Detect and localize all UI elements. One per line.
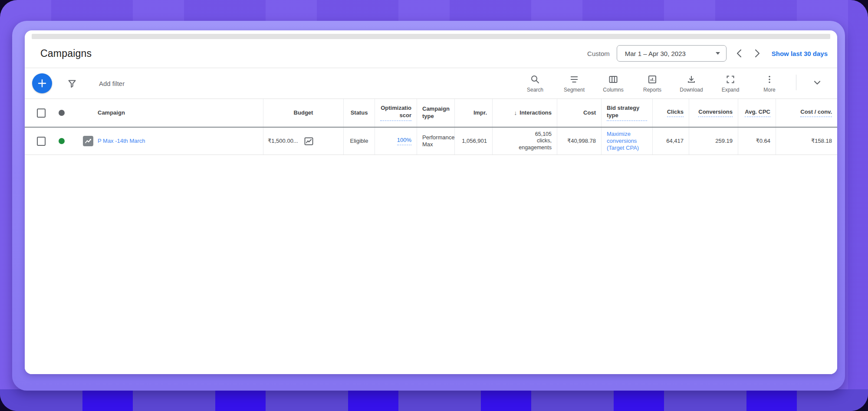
segment-button[interactable]: Segment [559,74,589,93]
show-last-30-days-link[interactable]: Show last 30 days [772,50,828,57]
columns-icon [608,74,618,84]
column-label: Budget [294,109,313,117]
date-range-picker[interactable]: Mar 1 – Apr 30, 2023 [617,45,727,62]
table-row: P Max -14th March ₹1,500.00... Eligible … [25,128,837,155]
date-mode-label: Custom [587,50,610,57]
column-label: Cost / conv. [800,109,832,118]
select-all-checkbox[interactable] [37,109,46,118]
reports-button[interactable]: Reports [637,74,667,93]
budget-value[interactable]: ₹1,500.00... [268,138,298,145]
tool-label: Segment [564,87,585,93]
impressions-value: 1,056,901 [462,138,487,145]
expand-button[interactable]: Expand [715,74,746,93]
table-header: Campaign Budget Status Optimizatio scor … [25,99,837,128]
column-label: Interactions [519,109,552,117]
row-cell-interactions: 65,105 clicks, engagements [492,128,557,155]
bid-strategy-link[interactable]: Maximize conversions (Target CPA) [607,131,647,152]
page-header: Campaigns Custom Mar 1 – Apr 30, 2023 Sh… [25,39,837,68]
page-title: Campaigns [40,48,92,59]
bottom-stripe-pattern [0,389,868,411]
row-cell-impressions: 1,056,901 [454,128,492,155]
row-cell-cost: ₹40,998.78 [557,128,601,155]
tool-label: Search [527,87,543,93]
top-gray-strip [32,34,830,39]
segment-icon [569,74,579,84]
row-cell-status-dot [51,128,72,155]
optimization-score-link[interactable]: 100% [397,137,411,145]
date-range-value: Mar 1 – Apr 30, 2023 [625,50,686,57]
row-cell-clicks: 64,417 [652,128,689,155]
column-label: Cost [583,109,596,117]
add-campaign-button[interactable] [32,73,52,93]
interactions-unit-2: engagements [519,145,552,151]
budget-chart-icon[interactable] [304,137,313,145]
column-label: Conversions [698,109,733,118]
interactions-count: 65,105 [519,131,552,138]
header-cell-avg-cpc[interactable]: Avg. CPC [738,99,776,127]
row-cell-avg-cpc: ₹0.64 [738,128,776,155]
header-cell-clicks[interactable]: Clicks [652,99,689,127]
previous-period-button[interactable] [733,48,745,59]
cost-per-conv-value: ₹158.18 [811,138,832,145]
columns-button[interactable]: Columns [598,74,628,93]
campaign-name-link[interactable]: P Max -14th March [98,138,145,145]
expand-icon [726,74,735,84]
header-cell-budget[interactable]: Budget [263,99,343,127]
header-cell-campaign-type[interactable]: Campaign type [417,99,454,127]
plus-icon [37,79,47,88]
campaigns-panel: Campaigns Custom Mar 1 – Apr 30, 2023 Sh… [25,30,837,374]
download-button[interactable]: Download [676,74,707,93]
search-icon [530,74,540,84]
toolbar-actions: Search Segment Columns [520,74,827,93]
column-label: Impr. [473,109,487,117]
more-vertical-icon [765,74,774,84]
add-filter-label[interactable]: Add filter [99,80,125,87]
chevron-right-icon [756,50,759,57]
tool-label: Download [680,87,703,93]
header-cell-impressions[interactable]: Impr. [454,99,492,127]
header-cell-cost-per-conv[interactable]: Cost / conv. [776,99,837,127]
column-label: Optimizatio scor [380,105,411,121]
interactions-unit-1: clicks, [519,138,552,145]
header-cell-status[interactable]: Status [343,99,375,127]
tool-label: More [763,87,775,93]
status-value: Eligible [350,138,368,145]
row-cell-budget: ₹1,500.00... [263,128,343,155]
row-cell-status: Eligible [343,128,375,155]
header-cell-optimization-score[interactable]: Optimizatio scor [375,99,417,127]
collapse-panel-button[interactable] [808,74,827,91]
status-dot-header-icon [59,110,65,116]
decorative-purple-frame: Campaigns Custom Mar 1 – Apr 30, 2023 Sh… [0,0,868,411]
row-cell-select [25,128,51,155]
column-label: Status [351,109,368,117]
header-cell-interactions[interactable]: ↓Interactions [492,99,557,127]
row-cell-optimization-score: 100% [375,128,417,155]
tool-label: Columns [603,87,623,93]
more-button[interactable]: More [754,74,785,93]
enabled-status-dot [59,138,65,144]
header-cell-status-dot [51,99,72,127]
header-cell-cost[interactable]: Cost [557,99,601,127]
funnel-icon [67,79,77,88]
header-cell-select [25,99,51,127]
search-button[interactable]: Search [520,74,550,93]
performance-max-campaign-icon [83,136,93,146]
next-period-button[interactable] [752,48,763,59]
header-cell-bid-strategy[interactable]: Bid strategy type [601,99,652,127]
column-label: Campaign type [422,105,450,120]
row-cell-campaign: P Max -14th March [72,128,263,155]
header-cell-conversions[interactable]: Conversions [689,99,738,127]
header-cell-campaign[interactable]: Campaign [72,99,263,127]
row-cell-cost-per-conv: ₹158.18 [776,128,837,155]
empty-table-area [25,155,837,374]
cost-value: ₹40,998.78 [567,138,596,145]
column-label: Clicks [667,109,684,118]
column-label: Avg. CPC [745,109,770,118]
conversions-value: 259.19 [715,138,733,145]
chevron-down-icon [716,52,720,55]
filter-button[interactable] [63,75,81,92]
clicks-value: 64,417 [666,138,684,145]
row-checkbox[interactable] [37,137,46,146]
chevron-left-icon [737,50,741,57]
column-label: Campaign [98,109,125,117]
